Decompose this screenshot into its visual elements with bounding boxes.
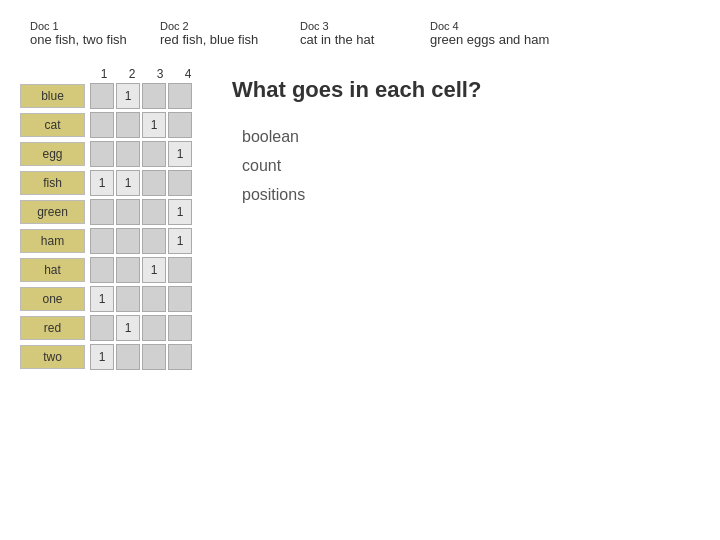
col-header-4: 4 xyxy=(174,67,202,81)
cell-blue-2: 1 xyxy=(116,83,140,109)
row-label-hat: hat xyxy=(20,258,85,282)
doc2-num: Doc 2 xyxy=(160,20,300,32)
doc3-title: cat in the hat xyxy=(300,32,430,47)
doc-headers: Doc 1 one fish, two fish Doc 2 red fish,… xyxy=(30,20,700,47)
cell-red-3 xyxy=(142,315,166,341)
row-label-egg: egg xyxy=(20,142,85,166)
row-red: red 1 xyxy=(20,315,202,341)
cell-two-2 xyxy=(116,344,140,370)
cell-fish-4 xyxy=(168,170,192,196)
cell-one-3 xyxy=(142,286,166,312)
answer-positions: positions xyxy=(242,181,700,210)
row-hat: hat 1 xyxy=(20,257,202,283)
cell-red-4 xyxy=(168,315,192,341)
cell-one-1: 1 xyxy=(90,286,114,312)
cell-fish-3 xyxy=(142,170,166,196)
cell-fish-1: 1 xyxy=(90,170,114,196)
row-one: one 1 xyxy=(20,286,202,312)
row-label-two: two xyxy=(20,345,85,369)
row-green: green 1 xyxy=(20,199,202,225)
cell-ham-4: 1 xyxy=(168,228,192,254)
col-header-2: 2 xyxy=(118,67,146,81)
doc-header-3: Doc 3 cat in the hat xyxy=(300,20,430,47)
row-two: two 1 xyxy=(20,344,202,370)
cell-green-1 xyxy=(90,199,114,225)
row-fish: fish 1 1 xyxy=(20,170,202,196)
cell-green-3 xyxy=(142,199,166,225)
cell-blue-3 xyxy=(142,83,166,109)
doc4-title: green eggs and ham xyxy=(430,32,580,47)
answer-boolean: boolean xyxy=(242,123,700,152)
cell-ham-3 xyxy=(142,228,166,254)
question-text: What goes in each cell? xyxy=(232,77,700,103)
cell-green-4: 1 xyxy=(168,199,192,225)
col-header-3: 3 xyxy=(146,67,174,81)
cell-red-1 xyxy=(90,315,114,341)
main-content: 1 2 3 4 blue 1 cat 1 xyxy=(20,67,700,373)
cell-hat-3: 1 xyxy=(142,257,166,283)
row-blue: blue 1 xyxy=(20,83,202,109)
cell-egg-3 xyxy=(142,141,166,167)
row-cat: cat 1 xyxy=(20,112,202,138)
cell-egg-2 xyxy=(116,141,140,167)
matrix-area: 1 2 3 4 blue 1 cat 1 xyxy=(20,67,202,373)
doc-header-2: Doc 2 red fish, blue fish xyxy=(160,20,300,47)
cell-hat-4 xyxy=(168,257,192,283)
cell-red-2: 1 xyxy=(116,315,140,341)
cell-two-1: 1 xyxy=(90,344,114,370)
cell-cat-4 xyxy=(168,112,192,138)
cell-one-4 xyxy=(168,286,192,312)
cell-two-4 xyxy=(168,344,192,370)
doc2-title: red fish, blue fish xyxy=(160,32,300,47)
row-label-ham: ham xyxy=(20,229,85,253)
cell-hat-2 xyxy=(116,257,140,283)
cell-cat-2 xyxy=(116,112,140,138)
cell-blue-1 xyxy=(90,83,114,109)
cell-cat-3: 1 xyxy=(142,112,166,138)
col-header-1: 1 xyxy=(90,67,118,81)
cell-cat-1 xyxy=(90,112,114,138)
doc-header-4: Doc 4 green eggs and ham xyxy=(430,20,580,47)
cell-blue-4 xyxy=(168,83,192,109)
cell-one-2 xyxy=(116,286,140,312)
cell-ham-2 xyxy=(116,228,140,254)
cell-two-3 xyxy=(142,344,166,370)
answer-count: count xyxy=(242,152,700,181)
doc-header-1: Doc 1 one fish, two fish xyxy=(30,20,160,47)
row-label-red: red xyxy=(20,316,85,340)
doc3-num: Doc 3 xyxy=(300,20,430,32)
right-panel: What goes in each cell? boolean count po… xyxy=(232,67,700,373)
doc4-num: Doc 4 xyxy=(430,20,580,32)
row-label-one: one xyxy=(20,287,85,311)
cell-ham-1 xyxy=(90,228,114,254)
cell-fish-2: 1 xyxy=(116,170,140,196)
row-label-green: green xyxy=(20,200,85,224)
cell-green-2 xyxy=(116,199,140,225)
cell-egg-4: 1 xyxy=(168,141,192,167)
answer-list: boolean count positions xyxy=(242,123,700,209)
row-egg: egg 1 xyxy=(20,141,202,167)
column-headers: 1 2 3 4 xyxy=(90,67,202,81)
cell-egg-1 xyxy=(90,141,114,167)
row-ham: ham 1 xyxy=(20,228,202,254)
doc1-title: one fish, two fish xyxy=(30,32,160,47)
cell-hat-1 xyxy=(90,257,114,283)
doc1-num: Doc 1 xyxy=(30,20,160,32)
page: Doc 1 one fish, two fish Doc 2 red fish,… xyxy=(0,0,720,540)
row-label-blue: blue xyxy=(20,84,85,108)
row-label-cat: cat xyxy=(20,113,85,137)
row-label-fish: fish xyxy=(20,171,85,195)
